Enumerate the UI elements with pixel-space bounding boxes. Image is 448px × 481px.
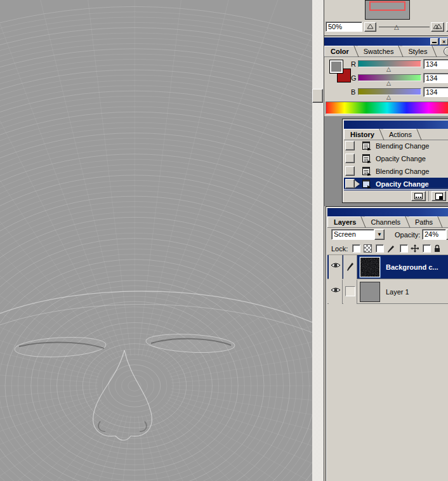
tab-channels[interactable]: Channels xyxy=(365,216,409,227)
dark-noise-thumbnail xyxy=(360,258,379,277)
layers-palette-titlebar[interactable] xyxy=(327,208,448,216)
new-snapshot-icon xyxy=(435,193,443,200)
minimize-icon xyxy=(432,42,437,43)
paintbrush-icon xyxy=(345,261,355,272)
palette-menu-button[interactable] xyxy=(444,47,448,56)
lock-transparency-checkbox[interactable] xyxy=(352,244,360,253)
eye-icon xyxy=(331,286,341,296)
tab-color[interactable]: Color xyxy=(324,46,358,56)
history-state-row[interactable]: Blending Change xyxy=(344,140,448,152)
history-state-icon xyxy=(362,154,372,163)
history-palette-tabs: History Actions xyxy=(344,129,448,140)
tab-history[interactable]: History xyxy=(344,129,383,140)
history-brush-source-well[interactable] xyxy=(345,166,355,176)
lock-position-checkbox[interactable] xyxy=(400,244,408,253)
history-state-label: Blending Change xyxy=(376,142,429,150)
history-state-label: Opacity Change xyxy=(376,180,429,188)
image-canvas[interactable] xyxy=(0,0,312,481)
tab-styles[interactable]: Styles xyxy=(402,46,436,56)
active-paint-cell[interactable] xyxy=(343,255,357,279)
navigator-proxy-rectangle[interactable] xyxy=(369,1,405,11)
padlock-icon xyxy=(433,244,442,253)
channel-label-b: B xyxy=(351,88,355,96)
zoom-in-button[interactable] xyxy=(431,22,444,32)
blue-slider-thumb[interactable]: △ xyxy=(386,95,391,100)
history-state-row-selected[interactable]: Opacity Change xyxy=(344,178,448,190)
eye-icon xyxy=(331,261,341,272)
new-document-from-state-icon xyxy=(414,193,423,199)
workspace-background: History Actions Blending Change Opacity … xyxy=(324,116,448,206)
history-brush-source-well[interactable] xyxy=(345,141,355,150)
history-state-icon xyxy=(362,166,372,176)
layer-name: Layer 1 xyxy=(386,288,409,296)
photoshop-workspace: 50% △ xyxy=(0,0,448,481)
history-state-row[interactable]: Blending Change xyxy=(344,165,448,178)
channel-row-red: R △ 134 xyxy=(324,58,448,70)
layers-palette: Layers Channels Paths Screen ▼ Opacity: … xyxy=(326,206,448,481)
transparency-checker-icon xyxy=(364,244,372,253)
wireframe-face-image xyxy=(0,0,312,481)
layers-controls-row: Screen ▼ Opacity: 24% ► xyxy=(327,228,448,241)
opacity-label: Opacity: xyxy=(395,231,420,239)
color-palette-tabs: Color Swatches Styles xyxy=(324,46,448,57)
red-slider-thumb[interactable]: △ xyxy=(386,67,391,72)
channel-label-r: R xyxy=(351,60,356,68)
history-palette-titlebar[interactable] xyxy=(344,121,448,129)
visibility-toggle-cell[interactable] xyxy=(329,255,343,279)
blend-mode-dropdown-button[interactable]: ▼ xyxy=(374,229,385,240)
vertical-scrollbar[interactable] xyxy=(312,0,324,481)
layer-thumbnail[interactable] xyxy=(360,282,380,302)
history-state-label: Opacity Change xyxy=(376,155,426,162)
palette-dock: 50% △ xyxy=(324,0,448,481)
zoom-slider-track xyxy=(379,27,430,27)
layer-thumbnail[interactable] xyxy=(360,257,380,277)
tab-swatches[interactable]: Swatches xyxy=(358,46,403,56)
zoom-slider-thumb[interactable]: △ xyxy=(394,23,399,30)
zoom-out-button[interactable] xyxy=(364,22,376,32)
new-snapshot-button[interactable] xyxy=(432,191,446,201)
history-state-row[interactable]: Opacity Change xyxy=(344,152,448,165)
tab-layers[interactable]: Layers xyxy=(327,216,365,227)
layer-row-layer-1[interactable]: Layer 1 xyxy=(327,280,448,304)
blue-value-field[interactable]: 134 xyxy=(423,87,448,97)
green-slider-thumb[interactable]: △ xyxy=(386,81,391,86)
minimize-button[interactable] xyxy=(430,38,438,45)
color-palette-titlebar[interactable]: × xyxy=(324,37,448,46)
close-button[interactable]: × xyxy=(440,38,448,45)
footer-divider xyxy=(428,191,429,201)
zoom-percent-field[interactable]: 50% xyxy=(326,22,362,32)
history-brush-source-well[interactable] xyxy=(345,154,355,163)
navigator-palette: 50% △ xyxy=(324,0,448,36)
blend-mode-select[interactable]: Screen xyxy=(331,229,374,240)
history-brush-source-well[interactable] xyxy=(345,179,355,188)
scrollbar-thumb[interactable] xyxy=(312,89,323,103)
green-value-field[interactable]: 134 xyxy=(423,73,448,83)
lock-all-checkbox[interactable] xyxy=(423,244,431,253)
lock-options-row: Lock: xyxy=(327,242,448,255)
close-icon: × xyxy=(442,39,445,45)
channel-row-green: G △ 134 xyxy=(324,72,448,84)
link-cell[interactable] xyxy=(343,280,357,304)
small-mountain-icon xyxy=(367,23,374,29)
tab-paths[interactable]: Paths xyxy=(409,216,442,227)
color-spectrum-ramp[interactable] xyxy=(326,102,448,114)
tab-actions[interactable]: Actions xyxy=(383,129,421,140)
opacity-field[interactable]: 24% xyxy=(422,229,446,240)
navigator-zoom-controls: 50% △ xyxy=(324,22,448,33)
lock-image-checkbox[interactable] xyxy=(376,244,384,253)
move-tool-icon xyxy=(411,244,419,253)
history-state-slider-icon[interactable] xyxy=(355,180,360,188)
visibility-toggle-cell[interactable] xyxy=(329,280,343,304)
layer-row-background-copy[interactable]: Background c... xyxy=(327,255,448,279)
red-value-field[interactable]: 134 xyxy=(423,59,448,69)
zoom-slider[interactable]: △ xyxy=(379,22,430,32)
lock-label: Lock: xyxy=(331,245,348,253)
history-palette-footer xyxy=(344,189,448,202)
paintbrush-icon xyxy=(386,244,395,253)
history-state-icon xyxy=(362,141,372,150)
new-document-from-state-button[interactable] xyxy=(411,191,426,201)
layer-name: Background c... xyxy=(386,263,438,271)
channel-row-blue: B △ 134 xyxy=(324,86,448,98)
large-mountain-icon xyxy=(433,23,442,29)
navigator-thumbnail[interactable] xyxy=(365,0,410,20)
